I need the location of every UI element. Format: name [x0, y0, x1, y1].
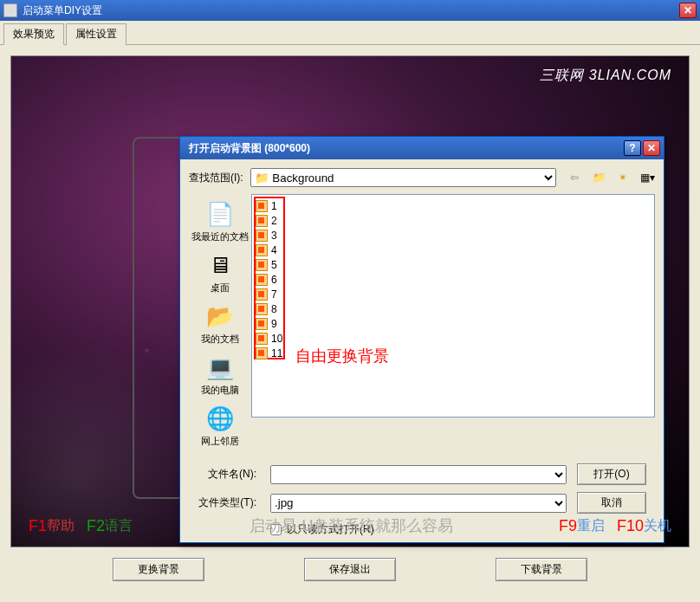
watermark: 三联网 3LIAN.COM: [540, 67, 671, 85]
lookin-label: 查找范围(I):: [189, 171, 243, 185]
f1-text: 帮助: [47, 517, 75, 535]
file-list[interactable]: 1234567891011 自由更换背景: [251, 194, 655, 418]
filename-input[interactable]: [270, 465, 567, 484]
file-item[interactable]: 3: [256, 228, 651, 243]
dialog-titlebar: 打开启动背景图 (800*600) ? ✕: [180, 137, 664, 159]
image-file-icon: [256, 288, 268, 301]
file-item[interactable]: 10: [256, 331, 651, 346]
tabs-bar: 效果预览 属性设置: [0, 21, 700, 45]
file-item[interactable]: 2: [256, 213, 651, 228]
image-file-icon: [256, 333, 268, 345]
back-icon[interactable]: ⇦: [567, 170, 582, 185]
filename-label: 文件名(N):: [189, 467, 260, 482]
place-desktop[interactable]: 🖥 桌面: [204, 249, 237, 296]
file-item[interactable]: 1: [256, 198, 651, 213]
dialog-close-button[interactable]: ✕: [643, 140, 660, 156]
f10-key: F10: [617, 517, 644, 535]
newfolder-icon[interactable]: ✴: [615, 170, 631, 185]
places-bar: 📄 我最近的文档 🖥 桌面 📂 我的文档: [189, 194, 251, 453]
file-item[interactable]: 4: [256, 243, 651, 257]
place-mydocs[interactable]: 📂 我的文档: [199, 300, 241, 347]
image-file-icon: [256, 274, 268, 286]
mycomputer-icon: 💻: [205, 353, 235, 382]
tab-settings[interactable]: 属性设置: [66, 23, 126, 45]
viewmenu-icon[interactable]: ▦▾: [639, 170, 655, 185]
open-button[interactable]: 打开(O): [577, 463, 646, 485]
filetype-select[interactable]: .jpg: [270, 494, 567, 513]
file-open-dialog: 打开启动背景图 (800*600) ? ✕ 查找范围(I): 📁 Backgro…: [179, 136, 664, 543]
change-bg-button[interactable]: 更换背景: [113, 558, 204, 581]
file-item[interactable]: 9: [256, 316, 651, 331]
file-item[interactable]: 8: [256, 301, 651, 316]
file-item[interactable]: 5: [256, 257, 651, 272]
download-bg-button[interactable]: 下载背景: [496, 558, 587, 581]
image-file-icon: [256, 259, 268, 271]
f2-key: F2: [87, 517, 105, 535]
image-file-icon: [256, 230, 268, 242]
up-icon[interactable]: 📁: [591, 170, 606, 185]
desktop-icon: 🖥: [205, 250, 235, 280]
main-close-button[interactable]: ✕: [679, 3, 697, 18]
f9-key: F9: [559, 517, 577, 535]
cancel-button[interactable]: 取消: [577, 492, 646, 514]
center-tagline: 启动易-U盘装系统就那么容易: [145, 515, 559, 536]
image-file-icon: [256, 318, 268, 330]
tab-preview[interactable]: 效果预览: [3, 23, 64, 45]
f10-text: 关机: [644, 517, 671, 535]
save-exit-button[interactable]: 保存退出: [304, 558, 396, 581]
place-network[interactable]: 🌐 网上邻居: [199, 402, 241, 450]
image-file-icon: [256, 303, 268, 315]
main-title: 启动菜单DIY设置: [23, 3, 679, 18]
place-mycomputer[interactable]: 💻 我的电脑: [199, 351, 241, 398]
image-file-icon: [256, 215, 268, 227]
f9-text: 重启: [577, 517, 605, 535]
footer-keys: F1 帮助 F2 语言 启动易-U盘装系统就那么容易 F9 重启 F10 关机: [11, 515, 689, 536]
image-file-icon: [256, 244, 268, 256]
dialog-title: 打开启动背景图 (800*600): [184, 141, 624, 156]
file-item[interactable]: 7: [256, 287, 651, 301]
recent-icon: 📄: [205, 199, 235, 229]
filetype-label: 文件类型(T):: [189, 495, 260, 510]
f2-text: 语言: [105, 517, 133, 535]
network-icon: 🌐: [205, 404, 235, 433]
file-item[interactable]: 6: [256, 272, 651, 287]
f1-key: F1: [29, 517, 47, 535]
main-titlebar: 启动菜单DIY设置 ✕: [0, 0, 700, 21]
image-file-icon: [256, 200, 268, 212]
lookin-select[interactable]: 📁 Background: [250, 168, 556, 187]
dialog-help-button[interactable]: ?: [624, 140, 641, 156]
annotation-text: 自由更换背景: [295, 346, 389, 366]
place-recent[interactable]: 📄 我最近的文档: [190, 197, 250, 245]
preview-background: 三联网 3LIAN.COM 打开启动背景图 (800*600) ? ✕ 查找范围…: [10, 55, 690, 547]
image-file-icon: [256, 347, 268, 359]
app-icon: [3, 3, 17, 17]
mydocs-icon: 📂: [205, 301, 235, 331]
